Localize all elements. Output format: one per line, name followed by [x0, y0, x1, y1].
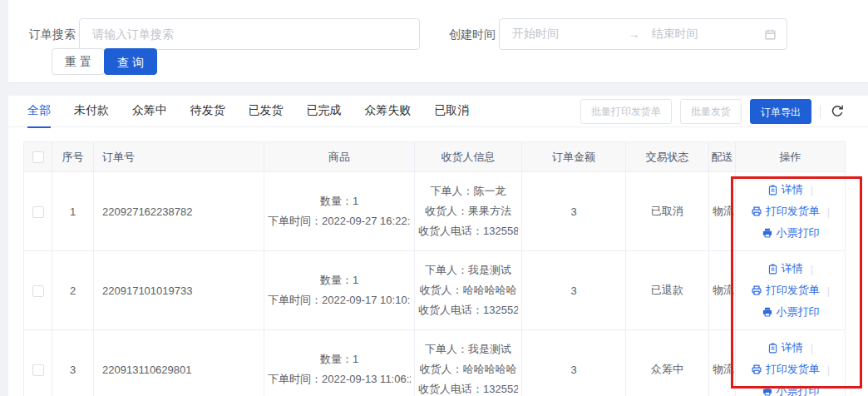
action-divider: |	[827, 205, 830, 218]
print-invoice-link[interactable]: 打印发货单	[751, 362, 820, 377]
start-time-placeholder: 开始时间	[510, 27, 625, 42]
header-delivery: 配送	[709, 142, 736, 172]
table-row: 1 220927162238782 数量：1 下单时间：2022-09-27 1…	[24, 172, 846, 251]
printer-icon	[751, 205, 762, 217]
action-divider: |	[811, 342, 813, 354]
row-checkbox[interactable]	[32, 285, 44, 297]
action-divider: |	[811, 263, 813, 275]
query-button[interactable]: 查 询	[104, 48, 157, 75]
order-export-button[interactable]: 订单导出	[750, 99, 811, 124]
order-amount: 3	[522, 251, 626, 330]
consignee-cell: 下单人：我是测试 收货人：哈哈哈哈哈 收货人电话：13255225522	[415, 330, 522, 396]
header-product: 商品	[264, 142, 415, 172]
status-tabs: 全部 未付款 众筹中 待发货 已发货 已完成 众筹失败 已取消	[27, 96, 489, 127]
printer-filled-icon	[762, 227, 773, 239]
print-invoice-link[interactable]: 打印发货单	[751, 283, 820, 298]
trade-status: 众筹中	[626, 330, 709, 396]
created-time-label: 创建时间	[449, 18, 496, 50]
product-cell: 数量：1 下单时间：2022-09-13 11:06:29	[264, 330, 415, 396]
orders-table: 序号 订单号 商品 收货人信息 订单金额 交易状态 配送 操作 1 220927…	[23, 141, 846, 396]
refresh-icon[interactable]	[829, 103, 846, 120]
printer-icon	[751, 364, 762, 375]
tab-completed[interactable]: 已完成	[306, 96, 341, 128]
printer-filled-icon	[762, 385, 773, 396]
order-amount: 3	[522, 330, 626, 396]
receipt-print-link[interactable]: 小票打印	[762, 384, 820, 396]
printer-icon	[751, 285, 762, 296]
tab-crowdfunding[interactable]: 众筹中	[132, 96, 167, 128]
batch-print-invoice-button[interactable]: 批量打印发货单	[580, 99, 672, 124]
receipt-print-link[interactable]: 小票打印	[762, 225, 820, 240]
tab-shipped[interactable]: 已发货	[249, 96, 284, 128]
action-divider: |	[827, 285, 830, 297]
delivery-type: 物流	[709, 172, 736, 251]
range-arrow-icon: →	[625, 27, 644, 41]
product-cell: 数量：1 下单时间：2022-09-17 10:10:19	[264, 251, 415, 330]
delivery-type: 物流	[709, 251, 736, 330]
product-cell: 数量：1 下单时间：2022-09-27 16:22:38	[264, 172, 415, 251]
tab-to-ship[interactable]: 待发货	[190, 96, 225, 128]
row-index: 2	[52, 251, 94, 330]
toolbar-divider	[820, 105, 821, 118]
actions-cell: 详情 | 打印发货单 | 小票打印	[736, 172, 846, 251]
detail-link[interactable]: 详情	[767, 261, 803, 276]
detail-link[interactable]: 详情	[767, 182, 803, 197]
status-tabs-bar: 全部 未付款 众筹中 待发货 已发货 已完成 众筹失败 已取消 批量打印发货单 …	[8, 96, 868, 127]
tab-crowdfund-failed[interactable]: 众筹失败	[364, 96, 411, 128]
trade-status: 已退款	[626, 251, 709, 330]
batch-ship-button[interactable]: 批量发货	[680, 99, 742, 124]
tab-all[interactable]: 全部	[27, 96, 51, 128]
document-icon	[767, 185, 778, 196]
document-icon	[767, 264, 778, 275]
order-list-panel: 全部 未付款 众筹中 待发货 已发货 已完成 众筹失败 已取消 批量打印发货单 …	[8, 96, 868, 396]
header-amount: 订单金额	[522, 142, 626, 172]
print-invoice-link[interactable]: 打印发货单	[751, 204, 820, 219]
header-status: 交易状态	[626, 142, 709, 172]
tab-unpaid[interactable]: 未付款	[74, 96, 109, 128]
consignee-cell: 下单人：陈一龙 收货人：果果方法 收货人电话：13255884477	[415, 172, 522, 251]
header-order-no: 订单号	[94, 142, 264, 172]
action-divider: |	[827, 364, 830, 376]
row-index: 3	[52, 330, 94, 396]
delivery-type: 物流	[709, 330, 736, 396]
row-checkbox[interactable]	[32, 364, 44, 376]
table-toolbar: 批量打印发货单 批量发货 订单导出	[580, 99, 846, 124]
table-row: 3 220913110629801 数量：1 下单时间：2022-09-13 1…	[24, 330, 846, 396]
select-all-cell	[24, 142, 52, 172]
end-time-placeholder: 结束时间	[644, 27, 765, 42]
table-row: 2 220917101019733 数量：1 下单时间：2022-09-17 1…	[24, 251, 846, 330]
order-search-label: 订单搜索	[29, 18, 76, 50]
row-checkbox[interactable]	[32, 206, 44, 218]
header-consignee: 收货人信息	[415, 142, 522, 172]
reset-button[interactable]: 重 置	[52, 48, 105, 75]
order-amount: 3	[522, 172, 626, 251]
trade-status: 已取消	[626, 172, 709, 251]
printer-filled-icon	[762, 306, 773, 318]
document-icon	[767, 343, 778, 354]
order-no: 220917101019733	[94, 251, 264, 330]
header-index: 序号	[52, 142, 94, 172]
table-header-row: 序号 订单号 商品 收货人信息 订单金额 交易状态 配送 操作	[24, 142, 846, 172]
order-management-page: 订单搜索 创建时间 开始时间 → 结束时间 重 置 查 询 全部 未付款 众筹中…	[0, 0, 868, 396]
order-search-input[interactable]	[79, 18, 420, 50]
filter-panel: 订单搜索 创建时间 开始时间 → 结束时间 重 置 查 询	[8, 0, 868, 83]
created-time-range-picker[interactable]: 开始时间 → 结束时间	[499, 18, 787, 50]
actions-cell: 详情 | 打印发货单 | 小票打印	[736, 251, 846, 330]
detail-link[interactable]: 详情	[767, 340, 803, 355]
action-divider: |	[811, 184, 813, 196]
order-no: 220913110629801	[94, 330, 264, 396]
consignee-cell: 下单人：我是测试 收货人：哈哈哈哈哈 收货人电话：13255225522	[415, 251, 522, 330]
tab-cancelled[interactable]: 已取消	[434, 96, 469, 128]
order-no: 220927162238782	[94, 172, 264, 251]
calendar-icon	[764, 28, 777, 41]
header-actions: 操作	[736, 142, 846, 172]
row-index: 1	[52, 172, 94, 251]
actions-cell: 详情 | 打印发货单 | 小票打印	[736, 330, 846, 396]
select-all-checkbox[interactable]	[32, 151, 44, 163]
receipt-print-link[interactable]: 小票打印	[762, 304, 820, 319]
